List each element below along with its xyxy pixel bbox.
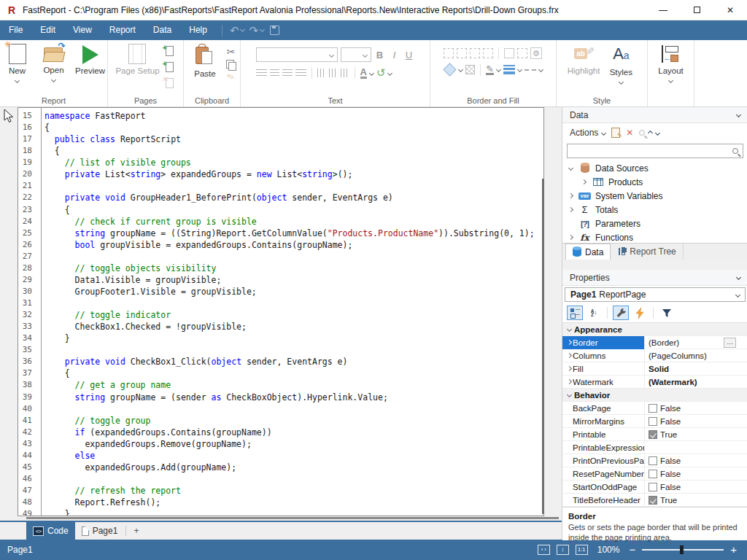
tab-code[interactable]: <> Code bbox=[26, 522, 75, 540]
tree-item-parameters[interactable]: [?]Parameters bbox=[562, 217, 747, 230]
maximize-button[interactable] bbox=[680, 0, 713, 20]
view-data-icon[interactable] bbox=[639, 130, 645, 136]
line-style-icon[interactable] bbox=[525, 69, 536, 71]
property-checkbox[interactable] bbox=[649, 483, 657, 491]
minimize-button[interactable]: — bbox=[646, 0, 680, 20]
actions-menu[interactable]: Actions bbox=[570, 128, 598, 138]
expand-chevron-icon[interactable] bbox=[568, 207, 573, 212]
styles-chevron-icon[interactable] bbox=[619, 79, 624, 85]
delete-page-button[interactable]: ✕ bbox=[164, 77, 176, 90]
categorized-view-button[interactable] bbox=[567, 306, 583, 320]
property-checkbox[interactable] bbox=[649, 470, 657, 478]
property-row-startonoddpage[interactable]: StartOnOddPageFalse bbox=[562, 481, 747, 494]
property-row-printableexpression[interactable]: PrintableExpression bbox=[562, 441, 747, 454]
property-expand-chevron-icon[interactable] bbox=[566, 340, 571, 345]
text-color-chevron-icon[interactable] bbox=[369, 70, 374, 75]
tree-item-totals[interactable]: ΣTotals bbox=[562, 203, 747, 217]
panel-tab-report-tree[interactable]: Report Tree bbox=[611, 244, 683, 260]
property-checkbox[interactable] bbox=[649, 404, 657, 413]
undo-icon[interactable]: ↶ bbox=[230, 20, 239, 40]
add-page-button[interactable]: + bbox=[128, 522, 144, 540]
property-checkbox[interactable] bbox=[649, 496, 657, 505]
move-down-icon[interactable] bbox=[655, 130, 660, 135]
fill-color-icon[interactable] bbox=[443, 63, 456, 76]
valign-middle-icon[interactable] bbox=[329, 69, 338, 77]
layout-button[interactable]: ← Layout bbox=[656, 44, 686, 106]
line-style-chevron-icon[interactable] bbox=[538, 67, 543, 72]
property-expand-chevron-icon[interactable] bbox=[566, 353, 571, 358]
property-checkbox[interactable] bbox=[649, 417, 657, 426]
code-vertical-scrollbar[interactable] bbox=[542, 179, 544, 514]
property-row-mirrormargins[interactable]: MirrorMarginsFalse bbox=[562, 415, 747, 428]
delete-item-icon[interactable]: ✕ bbox=[626, 128, 633, 138]
data-panel-collapse-chevron-icon[interactable] bbox=[736, 112, 741, 117]
menu-help[interactable]: Help bbox=[180, 20, 216, 40]
alphabetical-sort-button[interactable]: AZ↓ bbox=[586, 306, 602, 320]
edit-datasource-icon[interactable] bbox=[611, 128, 620, 138]
align-justify-icon[interactable] bbox=[295, 69, 306, 77]
property-row-columns[interactable]: Columns(PageColumns) bbox=[562, 349, 747, 362]
align-left-icon[interactable] bbox=[256, 69, 267, 77]
font-size-combo[interactable] bbox=[341, 47, 371, 62]
property-row-fill[interactable]: FillSolid bbox=[562, 362, 747, 376]
border-outline-icon[interactable] bbox=[504, 48, 514, 58]
data-panel-header[interactable]: Data bbox=[562, 107, 747, 123]
line-color-chevron-icon[interactable] bbox=[496, 67, 501, 72]
zoom-slider-thumb[interactable] bbox=[680, 545, 684, 554]
border-all-icon[interactable] bbox=[444, 48, 454, 58]
code-horizontal-scrollbar[interactable] bbox=[26, 517, 559, 519]
zoom-out-button[interactable]: − bbox=[629, 545, 635, 555]
property-row-border[interactable]: Border(Border)… bbox=[562, 336, 747, 349]
valign-top-icon[interactable] bbox=[317, 69, 326, 77]
filter-button[interactable] bbox=[659, 306, 675, 320]
menu-edit[interactable]: Edit bbox=[31, 20, 64, 40]
category-row-behavior[interactable]: Behavior bbox=[562, 389, 747, 402]
ellipsis-button[interactable]: … bbox=[724, 338, 736, 348]
actions-chevron-icon[interactable] bbox=[601, 130, 606, 135]
menu-file[interactable]: File bbox=[0, 20, 31, 40]
layout-chevron-icon[interactable] bbox=[668, 78, 673, 83]
events-view-button[interactable] bbox=[632, 306, 648, 320]
tree-item-system-variables[interactable]: varSystem Variables bbox=[562, 189, 747, 203]
properties-panel-header[interactable]: Properties bbox=[562, 270, 747, 286]
property-row-printable[interactable]: PrintableTrue bbox=[562, 428, 747, 441]
fit-width-button[interactable]: ‹ › bbox=[538, 545, 550, 555]
zoom-slider[interactable] bbox=[642, 549, 724, 551]
border-left-icon[interactable] bbox=[470, 48, 480, 58]
new-page-button[interactable]: + bbox=[164, 45, 176, 58]
expand-chevron-icon[interactable] bbox=[568, 193, 573, 198]
cut-icon[interactable]: ✂ bbox=[227, 46, 236, 58]
font-family-combo[interactable] bbox=[256, 47, 338, 62]
property-expand-chevron-icon[interactable] bbox=[566, 379, 571, 384]
fill-style-icon[interactable] bbox=[465, 65, 475, 74]
properties-view-button[interactable] bbox=[613, 306, 629, 320]
category-chevron-icon[interactable] bbox=[566, 327, 571, 332]
line-width-chevron-icon[interactable] bbox=[517, 67, 522, 72]
menu-report[interactable]: Report bbox=[101, 20, 144, 40]
border-settings-gear-icon[interactable]: ⚙ bbox=[530, 47, 542, 59]
property-row-printonpreviouspage[interactable]: PrintOnPreviousPageFalse bbox=[562, 454, 747, 467]
border-right-icon[interactable] bbox=[483, 48, 493, 58]
tree-item-products[interactable]: Products bbox=[562, 175, 747, 189]
category-chevron-icon[interactable] bbox=[566, 392, 571, 397]
align-right-icon[interactable] bbox=[282, 69, 293, 77]
rotate-chevron-icon[interactable] bbox=[387, 70, 392, 75]
code-editor[interactable]: 15namespace FastReport16{17 public class… bbox=[18, 107, 544, 516]
copy-icon[interactable] bbox=[226, 60, 236, 69]
align-center-icon[interactable] bbox=[270, 69, 279, 77]
rotate-text-icon[interactable]: ↺ bbox=[376, 66, 386, 79]
border-top-icon[interactable] bbox=[457, 48, 467, 58]
property-row-backpage[interactable]: BackPageFalse bbox=[562, 402, 747, 415]
valign-bottom-icon[interactable] bbox=[341, 69, 349, 77]
format-painter-icon[interactable]: ✎ bbox=[225, 71, 236, 84]
fit-page-button[interactable]: ↕ bbox=[557, 545, 569, 555]
property-checkbox[interactable] bbox=[649, 430, 657, 439]
redo-icon[interactable]: ↷ bbox=[249, 20, 258, 40]
property-row-resetpagenumber[interactable]: ResetPageNumberFalse bbox=[562, 467, 747, 481]
object-selector-dropdown[interactable]: Page1 ReportPage bbox=[565, 287, 746, 302]
expand-chevron-icon[interactable] bbox=[568, 235, 573, 240]
open-dropdown-chevron-icon[interactable] bbox=[51, 77, 56, 82]
property-checkbox[interactable] bbox=[649, 456, 657, 465]
tab-page1[interactable]: Page1 bbox=[75, 522, 125, 540]
move-up-icon[interactable] bbox=[648, 130, 653, 135]
